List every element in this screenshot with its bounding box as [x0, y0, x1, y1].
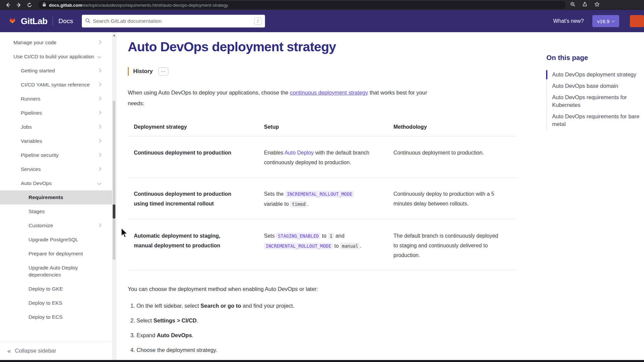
- sidebar-item-manage-your-code[interactable]: Manage your code: [0, 36, 116, 50]
- scroll-up-arrow-icon[interactable]: ▲: [113, 34, 116, 37]
- text: The default branch is continuously deplo…: [393, 233, 498, 258]
- search-shortcut-hint: /: [254, 17, 262, 25]
- history-row: History ⋯: [128, 67, 517, 76]
- step-item: On the left sidebar, select Search or go…: [137, 302, 517, 310]
- text: variable to: [264, 201, 290, 207]
- sidebar-item-auto-devops[interactable]: Auto DevOps: [0, 176, 116, 190]
- step-item: Expand Auto DevOps.: [137, 331, 517, 339]
- gitlab-logo-icon[interactable]: [7, 15, 18, 27]
- history-label[interactable]: History: [133, 68, 153, 75]
- share-icon[interactable]: [582, 2, 588, 8]
- intro-paragraph: When using Auto DevOps to deploy your ap…: [128, 87, 436, 109]
- inline-link[interactable]: continuous deployment strategy: [290, 89, 368, 96]
- site-header: GitLab Docs / What's new? v16.9: [0, 10, 644, 32]
- toc-item-auto-devops-requirements-for-bare[interactable]: Auto DevOps requirements for bare metal: [547, 111, 644, 130]
- collapse-sidebar-label: Collapse sidebar: [15, 348, 56, 354]
- sidebar-item-upgrade-postgresql[interactable]: Upgrade PostgreSQL: [0, 233, 116, 247]
- chevron-right-icon: [97, 139, 101, 142]
- text: Expand: [137, 332, 157, 338]
- sidebar-item-getting-started[interactable]: Getting started: [0, 64, 116, 78]
- docs-search[interactable]: /: [82, 15, 265, 27]
- collapse-chevrons-icon: «: [7, 347, 11, 355]
- sidebar-item-requirements[interactable]: Requirements: [0, 190, 116, 204]
- sidebar-item-label: Getting started: [21, 67, 55, 74]
- chevron-down-icon: [97, 54, 101, 58]
- sidebar-item-label: Deploy to GKE: [29, 285, 63, 292]
- chevron-down-icon: [97, 181, 101, 185]
- version-label: v16.9: [597, 18, 609, 24]
- version-dropdown[interactable]: v16.9: [592, 15, 619, 27]
- text: Select: [137, 317, 153, 323]
- sidebar-item-use-ci-cd-to-build-your-application[interactable]: Use CI/CD to build your application: [0, 50, 116, 64]
- code-value: timed: [290, 201, 307, 207]
- sidebar-item-label: Services: [21, 166, 41, 173]
- code-variable: STAGING_ENABLED: [276, 233, 320, 239]
- chevron-right-icon: [97, 40, 101, 44]
- bookmark-star-icon[interactable]: [594, 2, 600, 8]
- text: Sets: [264, 233, 276, 239]
- sidebar-item-deploy-to-ecs[interactable]: Deploy to ECS: [0, 310, 116, 324]
- chevron-right-icon: [97, 125, 101, 128]
- sidebar-item-pipelines[interactable]: Pipelines: [0, 106, 116, 120]
- text: On the left sidebar, select: [137, 303, 201, 309]
- zoom-icon[interactable]: [570, 2, 576, 8]
- chevron-right-icon: [97, 97, 101, 100]
- sidebar-item-label: Auto DevOps: [21, 180, 52, 187]
- page-body: Manage your codeUse CI/CD to build your …: [0, 32, 644, 362]
- sidebar-item-label: Variables: [21, 137, 42, 144]
- table-row: Continuous deployment to production usin…: [128, 178, 517, 220]
- strategy-cell: Continuous deployment to production: [128, 136, 258, 178]
- text: and: [334, 233, 344, 239]
- whats-new-link[interactable]: What's new?: [553, 18, 584, 24]
- back-icon[interactable]: [5, 2, 11, 8]
- text: and find your project.: [241, 303, 294, 309]
- collapse-sidebar-button[interactable]: « Collapse sidebar: [0, 341, 112, 360]
- step-item: Select Settings > CI/CD.: [137, 316, 517, 324]
- sidebar-item-stages[interactable]: Stages: [0, 204, 116, 219]
- sidebar-item-customize[interactable]: Customize: [0, 219, 116, 233]
- toc-item-auto-devops-base-domain[interactable]: Auto DevOps base domain: [547, 80, 644, 92]
- sidebar-item-upgrade-auto-deploy-dependencies[interactable]: Upgrade Auto Deploy dependencies: [0, 261, 116, 282]
- sidebar-item-deploy-to-eks[interactable]: Deploy to EKS: [0, 296, 116, 310]
- sidebar-item-label: Upgrade Auto Deploy dependencies: [29, 264, 101, 278]
- history-menu-button[interactable]: ⋯: [158, 67, 168, 75]
- gitlab-wordmark[interactable]: GitLab: [21, 16, 47, 26]
- bold-text: Search or go to: [201, 303, 241, 309]
- chevron-right-icon: [97, 167, 101, 171]
- forward-icon[interactable]: [16, 2, 21, 8]
- sidebar-scrollbar-thumb[interactable]: [113, 101, 115, 260]
- chevron-right-icon: [97, 223, 101, 227]
- header-cta-button-clipped[interactable]: [630, 15, 644, 27]
- sidebar-item-deploy-to-gke[interactable]: Deploy to GKE: [0, 282, 116, 296]
- search-icon: [85, 18, 90, 24]
- toc-item-auto-devops-deployment-strategy[interactable]: Auto DevOps deployment strategy: [547, 69, 644, 80]
- sidebar-item-jobs[interactable]: Jobs: [0, 120, 116, 134]
- text: Continuously deploy to production with a…: [393, 191, 494, 206]
- table-row: Continuous deployment to productionEnabl…: [128, 136, 517, 178]
- reload-icon[interactable]: [27, 2, 32, 8]
- toc-item-auto-devops-requirements-for[interactable]: Auto DevOps requirements for Kubernetes: [547, 92, 644, 111]
- sidebar-item-label: Upgrade PostgreSQL: [29, 236, 78, 243]
- bottom-edge-strip: [0, 360, 644, 362]
- strategy-cell: Automatic deployment to staging, manual …: [128, 220, 258, 270]
- address-bar[interactable]: docs.gitlab.com /ee/topics/autodevops/re…: [38, 1, 566, 9]
- docs-label[interactable]: Docs: [58, 17, 73, 25]
- table-header-row: Deployment strategySetupMethodology: [128, 119, 517, 136]
- sidebar-item-label: CI/CD YAML syntax reference: [21, 81, 90, 88]
- search-input[interactable]: [93, 18, 254, 24]
- inline-link[interactable]: Auto Deploy: [284, 150, 314, 156]
- sidebar-item-prepare-for-deployment[interactable]: Prepare for deployment: [0, 247, 116, 261]
- sidebar-item-pipeline-security[interactable]: Pipeline security: [0, 148, 116, 162]
- chevron-right-icon: [97, 153, 101, 157]
- column-header-setup: Setup: [258, 119, 387, 136]
- header-divider: [53, 16, 53, 26]
- bold-text: Auto DevOps: [157, 332, 192, 338]
- sidebar-scrollbar-thumb-dark[interactable]: [113, 204, 115, 219]
- sidebar-item-label: Jobs: [21, 123, 32, 130]
- sidebar-item-runners[interactable]: Runners: [0, 92, 116, 106]
- sidebar-item-variables[interactable]: Variables: [0, 134, 116, 148]
- sidebar-item-ci-cd-yaml-syntax-reference[interactable]: CI/CD YAML syntax reference: [0, 78, 116, 92]
- sidebar-item-services[interactable]: Services: [0, 162, 116, 176]
- sidebar-scrollbar[interactable]: ▲: [112, 32, 116, 362]
- on-this-page-panel: On this page Auto DevOps deployment stra…: [546, 32, 644, 130]
